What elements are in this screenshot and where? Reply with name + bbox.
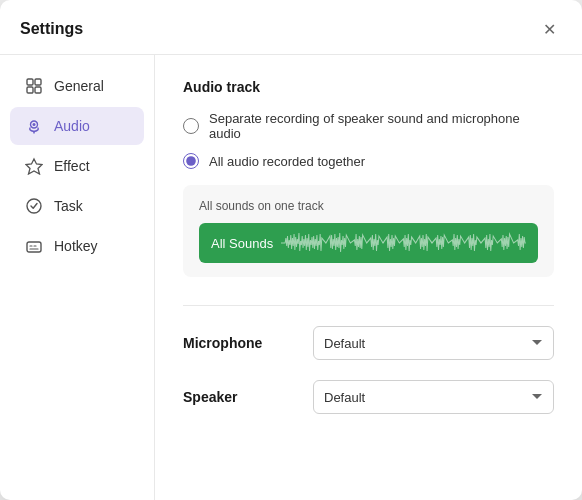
sidebar-item-general-label: General [54, 78, 104, 94]
microphone-label: Microphone [183, 335, 313, 351]
sidebar-item-general[interactable]: General [10, 67, 144, 105]
sidebar-item-task-label: Task [54, 198, 83, 214]
audio-track-title: Audio track [183, 79, 554, 95]
effect-icon [24, 156, 44, 176]
svg-rect-8 [27, 242, 41, 252]
audio-icon [24, 116, 44, 136]
main-content: Audio track Separate recording of speake… [155, 55, 582, 500]
all-sounds-button[interactable]: All Sounds [199, 223, 538, 263]
sidebar-item-task[interactable]: Task [10, 187, 144, 225]
sidebar-item-hotkey-label: Hotkey [54, 238, 98, 254]
svg-point-7 [27, 199, 41, 213]
speaker-row: Speaker Default [183, 380, 554, 414]
svg-rect-3 [35, 87, 41, 93]
svg-rect-2 [27, 87, 33, 93]
svg-rect-0 [27, 79, 33, 85]
sidebar-item-effect-label: Effect [54, 158, 90, 174]
svg-rect-1 [35, 79, 41, 85]
divider [183, 305, 554, 306]
general-icon [24, 76, 44, 96]
title-bar: Settings ✕ [0, 0, 582, 55]
sidebar-item-audio-label: Audio [54, 118, 90, 134]
speaker-select[interactable]: Default [313, 380, 554, 414]
audio-track-box: All sounds on one track All Sounds [183, 185, 554, 277]
svg-point-5 [33, 123, 36, 126]
sidebar-item-effect[interactable]: Effect [10, 147, 144, 185]
microphone-row: Microphone Default [183, 326, 554, 360]
radio-separate[interactable]: Separate recording of speaker sound and … [183, 111, 554, 141]
sidebar-item-audio[interactable]: Audio [10, 107, 144, 145]
radio-separate-label: Separate recording of speaker sound and … [209, 111, 554, 141]
task-icon [24, 196, 44, 216]
radio-together-input[interactable] [183, 153, 199, 169]
radio-together[interactable]: All audio recorded together [183, 153, 554, 169]
svg-marker-6 [26, 159, 42, 174]
sidebar-item-hotkey[interactable]: Hotkey [10, 227, 144, 265]
audio-track-radio-group: Separate recording of speaker sound and … [183, 111, 554, 169]
microphone-select[interactable]: Default [313, 326, 554, 360]
all-sounds-label: All Sounds [211, 236, 273, 251]
radio-separate-input[interactable] [183, 118, 199, 134]
speaker-label: Speaker [183, 389, 313, 405]
radio-together-label: All audio recorded together [209, 154, 365, 169]
hotkey-icon [24, 236, 44, 256]
waveform [281, 223, 526, 263]
close-button[interactable]: ✕ [536, 16, 562, 42]
dialog-body: General Audio [0, 55, 582, 500]
sidebar: General Audio [0, 55, 155, 500]
dialog-title: Settings [20, 20, 83, 38]
track-box-label: All sounds on one track [199, 199, 538, 213]
settings-dialog: Settings ✕ General [0, 0, 582, 500]
